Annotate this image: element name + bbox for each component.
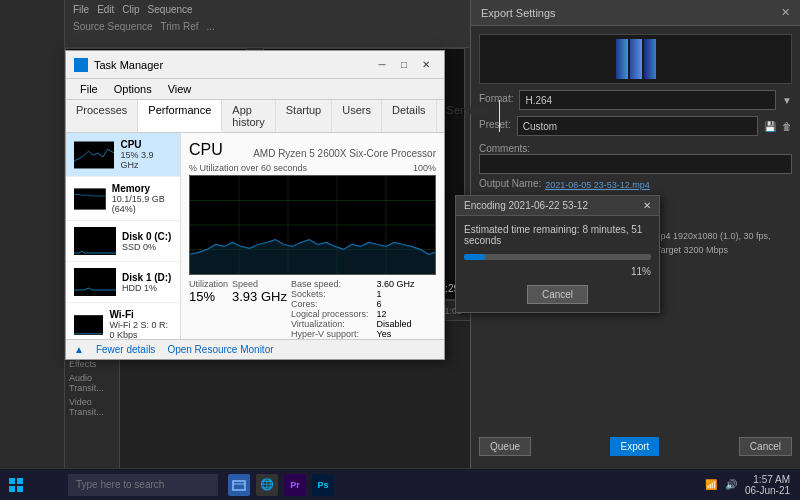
taskbar-icon-chrome[interactable]: 🌐 — [256, 474, 278, 496]
sidebar-item-wifi[interactable]: Wi-Fi Wi-Fi 2 S: 0 R: 0 Kbps — [66, 303, 180, 339]
svg-rect-4 — [74, 315, 103, 335]
premiere-tool-other: ... — [206, 21, 214, 32]
disk1-sidebar-text: Disk 1 (D:) HDD 1% — [122, 272, 171, 293]
encoding-cancel-button[interactable]: Cancel — [527, 285, 588, 304]
disk0-sidebar-text: Disk 0 (C:) SSD 0% — [122, 231, 171, 252]
fewer-details-link[interactable]: Fewer details — [96, 344, 155, 355]
encoding-dialog-content: Estimated time remaining: 8 minutes, 51 … — [456, 216, 659, 312]
cpu-processor-name: AMD Ryzen 5 2600X Six-Core Processor — [253, 148, 436, 159]
minimize-button[interactable]: ─ — [372, 56, 392, 74]
preset-input[interactable] — [517, 116, 758, 136]
preset-save-icon[interactable]: 💾 — [764, 121, 776, 132]
cores-val: 6 — [376, 299, 414, 309]
start-button[interactable] — [0, 469, 32, 501]
encoding-dialog: Encoding 2021-06-22 53-12 ✕ Estimated ti… — [455, 195, 660, 313]
taskbar-icon-explorer[interactable] — [228, 474, 250, 496]
premiere-icon: Pr — [290, 480, 300, 490]
premiere-menu-edit[interactable]: Edit — [97, 4, 114, 15]
preview-bar-2 — [630, 39, 642, 79]
tab-users[interactable]: Users — [332, 100, 382, 132]
wifi-sidebar-name: Wi-Fi — [109, 309, 172, 320]
fewer-details-chevron: ▲ — [74, 344, 84, 355]
cpu-stats-row: Utilization 15% Speed 3.93 GHz Base spee… — [189, 279, 436, 339]
sidebar-item-memory[interactable]: Memory 10.1/15.9 GB (64%) — [66, 177, 180, 221]
utilization-stat: Utilization 15% — [189, 279, 228, 339]
premiere-topbar: File Edit Clip Sequence Source Sequence … — [65, 0, 470, 48]
disk1-sidebar-name: Disk 1 (D:) — [122, 272, 171, 283]
preview-bar-3 — [644, 39, 656, 79]
sidebar-item-disk0[interactable]: Disk 0 (C:) SSD 0% — [66, 221, 180, 262]
premiere-tool-source: Source Sequence — [73, 21, 153, 32]
preset-delete-icon[interactable]: 🗑 — [782, 121, 792, 132]
menu-file[interactable]: File — [72, 81, 106, 97]
utilization-stat-val: 15% — [189, 289, 228, 304]
svg-rect-17 — [9, 486, 15, 492]
tab-details[interactable]: Details — [382, 100, 437, 132]
audio-trans-label: Audio Transit... — [65, 371, 119, 395]
tab-performance[interactable]: Performance — [138, 100, 222, 132]
open-resource-monitor-link[interactable]: Open Resource Monitor — [167, 344, 273, 355]
format-dropdown-icon[interactable]: ▼ — [782, 95, 792, 106]
premiere-menu-file[interactable]: File — [73, 4, 89, 15]
tab-app-history[interactable]: App history — [222, 100, 275, 132]
bottom-buttons-row: Queue Export Cancel — [471, 433, 800, 460]
taskbar-time: 1:57 AM — [745, 474, 790, 485]
performance-sidebar: CPU 15% 3.9 GHz Memory 10.1/15.9 GB (64%… — [66, 133, 181, 339]
comments-input[interactable] — [479, 154, 792, 174]
encoding-dialog-title: Encoding 2021-06-22 53-12 — [464, 200, 588, 211]
close-button[interactable]: ✕ — [416, 56, 436, 74]
cpu-mini-chart — [74, 141, 114, 169]
cpu-info-values: 3.60 GHz 1 6 12 Disabled Yes 570 KB 3.0 … — [376, 279, 414, 339]
menu-view[interactable]: View — [160, 81, 200, 97]
taskbar-icon-premiere[interactable]: Pr — [284, 474, 306, 496]
sidebar-item-cpu[interactable]: CPU 15% 3.9 GHz — [66, 133, 180, 177]
base-speed-label: Base speed: — [291, 279, 369, 289]
export-button[interactable]: Export — [610, 437, 659, 456]
export-settings-titlebar: Export Settings ✕ — [471, 0, 800, 26]
tab-startup[interactable]: Startup — [276, 100, 332, 132]
speed-stat-label: Speed — [232, 279, 287, 289]
taskbar-volume-icon: 🔊 — [725, 479, 737, 490]
cpu-sidebar-text: CPU 15% 3.9 GHz — [120, 139, 172, 170]
chrome-icon: 🌐 — [260, 478, 274, 491]
cpu-chart-container — [189, 175, 436, 275]
encoding-close-icon[interactable]: ✕ — [643, 200, 651, 211]
export-settings-title: Export Settings — [481, 7, 556, 19]
queue-button[interactable]: Queue — [479, 437, 531, 456]
tab-services[interactable]: Services — [437, 100, 500, 132]
logical-proc-label: Logical processors: — [291, 309, 369, 319]
window-controls: ─ □ ✕ — [372, 56, 436, 74]
comments-label: Comments: — [479, 143, 530, 154]
memory-sidebar-text: Memory 10.1/15.9 GB (64%) — [112, 183, 172, 214]
output-name-value[interactable]: 2021-06-05 23-53-12.mp4 — [545, 180, 650, 190]
export-settings-close-icon[interactable]: ✕ — [781, 6, 790, 19]
taskbar-network-icon: 📶 — [705, 479, 717, 490]
tab-processes[interactable]: Processes — [66, 100, 138, 132]
speed-stat-val: 3.93 GHz — [232, 289, 287, 304]
format-input[interactable] — [519, 90, 776, 110]
disk0-sidebar-val: SSD 0% — [122, 242, 171, 252]
explorer-icon — [232, 478, 246, 492]
hyperv-label: Hyper-V support: — [291, 329, 369, 339]
task-manager-bottom: ▲ Fewer details Open Resource Monitor — [66, 339, 444, 359]
premiere-menu-clip[interactable]: Clip — [122, 4, 139, 15]
menu-options[interactable]: Options — [106, 81, 160, 97]
taskbar-search-input[interactable] — [68, 474, 218, 496]
utilization-stat-label: Utilization — [189, 279, 228, 289]
sidebar-item-disk1[interactable]: Disk 1 (D:) HDD 1% — [66, 262, 180, 303]
maximize-button[interactable]: □ — [394, 56, 414, 74]
task-manager-content: CPU 15% 3.9 GHz Memory 10.1/15.9 GB (64%… — [66, 133, 444, 339]
premiere-menu-sequence[interactable]: Sequence — [148, 4, 193, 15]
utilization-label-row: % Utilization over 60 seconds 100% — [189, 163, 436, 173]
cancel-export-button[interactable]: Cancel — [739, 437, 792, 456]
encoding-progress-fill — [464, 254, 485, 260]
task-manager-titlebar: Task Manager ─ □ ✕ — [66, 51, 444, 79]
svg-rect-1 — [74, 188, 106, 209]
video-trans-label: Video Transit... — [65, 395, 119, 419]
taskbar-icon-photoshop[interactable]: Ps — [312, 474, 334, 496]
format-row: Format: ▼ — [479, 90, 792, 110]
cpu-detail-header: CPU AMD Ryzen 5 2600X Six-Core Processor — [189, 141, 436, 159]
sockets-val: 1 — [376, 289, 414, 299]
task-manager-menubar: File Options View — [66, 79, 444, 100]
speed-stat: Speed 3.93 GHz — [232, 279, 287, 339]
